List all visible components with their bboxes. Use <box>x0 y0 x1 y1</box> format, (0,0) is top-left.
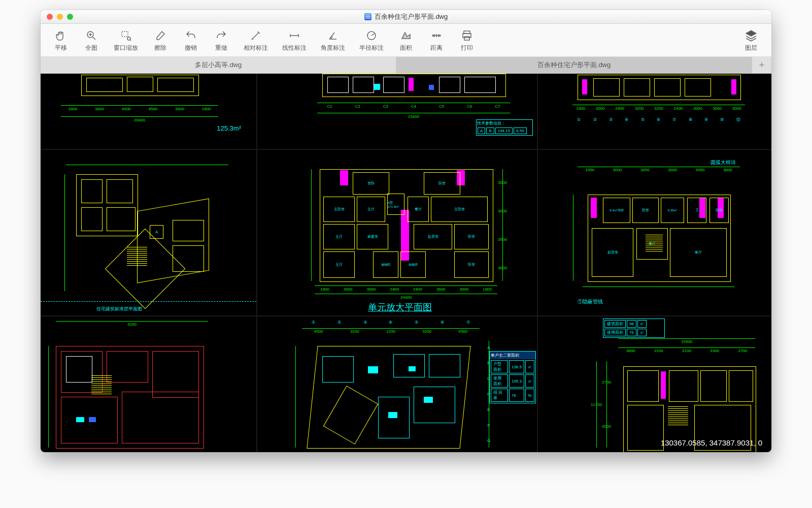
window-title: 百余种住宅户形平面.dwg <box>41 12 771 21</box>
pan-tool[interactable]: 平移 <box>46 25 76 55</box>
area-tool[interactable]: 面积 <box>391 25 421 55</box>
plan-title-label: 单元放大平面图 <box>368 301 432 313</box>
close-button[interactable] <box>47 14 53 20</box>
unit-area-table: 单户主二室面积 户型面积138.5㎡ 使用面积105.3㎡ 得 房 率76% <box>489 351 536 403</box>
distance-tool[interactable]: 距离 <box>421 25 452 55</box>
redo-tool[interactable]: 重做 <box>206 25 236 55</box>
layers-icon <box>744 28 758 43</box>
dim-radius-tool[interactable]: 半径标注 <box>352 25 391 55</box>
zoom-window-tool[interactable]: 窗口缩放 <box>107 25 145 55</box>
svg-rect-6 <box>464 37 469 40</box>
plan-cell-mid-center: 室卧 卧室 主卧室 主厅 A型 171.9m² 餐厅 主卧室 主厅 家庭室 起居… <box>256 149 537 315</box>
print-tool[interactable]: 打印 <box>452 25 482 55</box>
viewport[interactable]: 180038004500450039001800 20400 125.3m² <box>41 74 771 452</box>
dim-linear-icon <box>287 28 301 43</box>
new-tab-button[interactable]: + <box>752 57 771 73</box>
magnifier-plus-icon <box>84 28 98 43</box>
titlebar[interactable]: 百余种住宅户形平面.dwg <box>41 10 771 24</box>
tab-2[interactable]: 百余种住宅户形平面.dwg <box>396 57 752 73</box>
hand-icon <box>54 28 68 43</box>
layers-tool[interactable]: 图层 <box>736 25 766 55</box>
plan-cell-bot-right: 建筑面积98㎡ 使用面积76㎡ 15900 360021002100330027… <box>537 315 771 452</box>
plan-cell-top-left: 180038004500450039001800 20400 125.3m² <box>41 74 256 149</box>
distance-icon <box>429 28 444 43</box>
radius-icon <box>364 28 379 43</box>
zoom-button[interactable] <box>67 14 73 20</box>
drawing-canvas[interactable]: 180038004500450039001800 20400 125.3m² <box>41 74 771 452</box>
traffic-lights <box>47 14 73 20</box>
print-icon <box>460 28 474 43</box>
fit-view-tool[interactable]: 全图 <box>76 25 107 55</box>
undo-tool[interactable]: 撤销 <box>176 25 206 55</box>
plan-cell-mid-right: 圆弧大样详 195030003450360034503000 8.3m²书房 卧… <box>537 149 771 315</box>
redo-icon <box>214 28 228 43</box>
tab-1[interactable]: 多层小高等.dwg <box>41 57 396 73</box>
toolbar: 平移 全图 窗口缩放 擦除 撤销 重做 相对标注 线性标注 角度标注 半径标注 … <box>41 24 771 57</box>
tab-bar: 多层小高等.dwg 百余种住宅户形平面.dwg + <box>41 57 771 74</box>
dim-angle-tool[interactable]: 角度标注 <box>314 25 352 55</box>
area-icon <box>399 28 413 43</box>
status-coordinates: 130367.0585, 347387.9031, 0 <box>661 438 762 447</box>
angle-icon <box>326 28 340 43</box>
minimize-button[interactable] <box>57 14 63 20</box>
document-icon <box>364 13 371 20</box>
plan-cell-top-right: 180030002400320032002400300030003000 ①②③… <box>537 74 771 149</box>
zoom-rect-icon <box>119 28 133 43</box>
dim-rel-icon <box>249 28 263 43</box>
svg-rect-1 <box>122 31 128 37</box>
plan-cell-bot-left: 4200 <box>41 315 256 452</box>
plan-cell-top-center: C1C2C3C4C5C6C7 23400 技术参数信息： AB194.156.5… <box>256 74 537 149</box>
erase-tool[interactable]: 擦除 <box>145 25 176 55</box>
dim-linear-tool[interactable]: 线性标注 <box>275 25 314 55</box>
plan-cell-bot-center: ①②③④⑤⑥⑦ 45003200120032004500 ABCDEFG <box>256 315 537 452</box>
app-window: 百余种住宅户形平面.dwg 平移 全图 窗口缩放 擦除 撤销 重做 相对标注 线… <box>41 10 771 452</box>
undo-icon <box>184 28 198 43</box>
dim-relative-tool[interactable]: 相对标注 <box>236 25 275 55</box>
plan-cell-mid-left: A 住宅建筑标准层平面图 <box>41 149 256 315</box>
eraser-icon <box>153 28 167 43</box>
